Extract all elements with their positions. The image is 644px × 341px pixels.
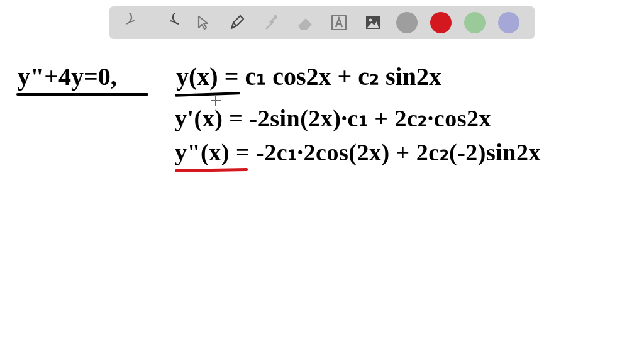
underline-yx: [175, 92, 240, 97]
color-swatch-gray: [396, 12, 418, 33]
text-button[interactable]: [328, 11, 350, 34]
undo-icon: [126, 13, 145, 32]
eraser-icon: [296, 13, 314, 32]
svg-point-3: [369, 19, 372, 22]
equation-line-1-right: y(x) = c₁ cos2x + c₂ sin2x: [176, 62, 441, 91]
pointer-icon: [194, 13, 213, 32]
svg-point-0: [274, 15, 277, 19]
redo-icon: [160, 13, 179, 32]
pointer-button[interactable]: [192, 11, 214, 34]
pen-icon: [228, 13, 247, 32]
underline-equation-1: [16, 93, 148, 96]
color-gray-button[interactable]: [396, 11, 418, 34]
pen-button[interactable]: [226, 11, 248, 34]
equation-line-3: y"(x) = -2c₁·2cos(2x) + 2c₂(-2)sin2x: [175, 138, 541, 166]
color-blue-button[interactable]: [497, 11, 520, 34]
equation-line-1-left: y"+4y=0,: [18, 62, 117, 91]
image-icon: [364, 13, 382, 32]
drawing-canvas[interactable]: y"+4y=0, y(x) = c₁ cos2x + c₂ sin2x y'(x…: [0, 39, 644, 341]
toolbar: [109, 6, 535, 39]
eraser-button[interactable]: [294, 11, 316, 34]
undo-button[interactable]: [124, 11, 147, 34]
tools-button[interactable]: [260, 11, 282, 34]
color-swatch-green: [464, 12, 486, 33]
color-swatch-blue: [498, 12, 519, 33]
color-red-button[interactable]: [430, 11, 452, 34]
color-swatch-red: [430, 12, 452, 33]
redo-button[interactable]: [158, 11, 180, 34]
tools-icon: [262, 13, 280, 32]
image-button[interactable]: [362, 11, 384, 34]
underline-ydoubleprime: [175, 168, 248, 172]
color-green-button[interactable]: [464, 11, 486, 34]
text-icon: [330, 13, 348, 32]
equation-line-2: y'(x) = -2sin(2x)·c₁ + 2c₂·cos2x: [175, 104, 491, 132]
